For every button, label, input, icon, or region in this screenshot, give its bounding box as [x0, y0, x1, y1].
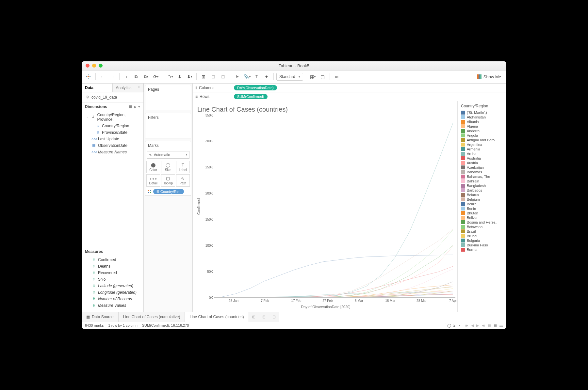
measure-field[interactable]: #Deaths	[82, 263, 143, 270]
close-window-button[interactable]	[86, 64, 90, 68]
legend-item[interactable]: Australia	[459, 156, 505, 161]
mark-tooltip-button[interactable]: ▢Tooltip	[161, 174, 175, 187]
columns-pill[interactable]: DAY(ObservationDate)	[234, 85, 277, 90]
view-icon[interactable]: ▦	[129, 104, 132, 109]
save-button[interactable]: ▫	[122, 72, 131, 81]
dimension-field[interactable]: ▦ObservationDate	[82, 142, 143, 149]
legend-item[interactable]: Bahamas, The	[459, 174, 505, 179]
datasource-tab[interactable]: ▦Data Source	[82, 312, 119, 322]
highlight-button[interactable]: ℓ▾	[233, 72, 241, 81]
measure-field[interactable]: #Confirmed	[82, 257, 143, 263]
series-line[interactable]	[221, 289, 453, 297]
text-button[interactable]: T	[253, 72, 261, 81]
legend-item[interactable]: Argentina	[459, 142, 505, 147]
prev-button[interactable]: ◀	[471, 323, 474, 328]
measure-field[interactable]: #SNo	[82, 276, 143, 283]
legend-item[interactable]: Brunei	[459, 234, 505, 238]
group-button[interactable]: ⊞	[199, 72, 208, 81]
show-me-button[interactable]: Show Me	[477, 74, 504, 79]
new-story-button[interactable]: ⊡	[269, 312, 279, 322]
mark-path-button[interactable]: ∿Path	[176, 174, 190, 187]
legend-item[interactable]: Belize	[459, 202, 505, 206]
datasource-row[interactable]: ⦾ covid_19_data	[82, 92, 143, 102]
mark-detail-button[interactable]: ∘∘∘Detail	[146, 174, 160, 187]
legend-item[interactable]: Afghanistan	[459, 115, 505, 119]
legend-item[interactable]: Bosnia and Herze..	[459, 220, 505, 225]
measure-field[interactable]: ⋕Measure Values	[82, 302, 143, 309]
series-line[interactable]	[221, 255, 453, 297]
menu-icon[interactable]: ▾	[138, 104, 140, 109]
rows-shelf[interactable]: ≡Rows SUM(Confirmed)	[193, 92, 506, 101]
legend-item[interactable]: Andorra	[459, 129, 505, 133]
sheet-tab-1[interactable]: Line Chart of Cases (cumulative)	[119, 312, 185, 322]
back-button[interactable]: ←	[98, 72, 107, 81]
mark-label-button[interactable]: TLabel	[176, 161, 190, 173]
dimension-field[interactable]: AbcMeasure Names	[82, 149, 143, 155]
search-icon[interactable]: ρ	[134, 104, 136, 109]
legend-item[interactable]: Burma	[459, 247, 505, 252]
measure-field[interactable]: #Recovered	[82, 270, 143, 276]
sort-desc-button[interactable]: ⬍▾	[185, 72, 194, 81]
measure-field[interactable]: ⋕Number of Records	[82, 296, 143, 302]
legend-item[interactable]: Burkina Faso	[459, 243, 505, 247]
mark-size-button[interactable]: ◯Size	[161, 161, 175, 173]
chart-plot-area[interactable]	[214, 115, 455, 298]
mark-color-button[interactable]: ⬤Color	[146, 161, 160, 173]
viz-canvas[interactable]: Line Chart of Cases (countries) Confirme…	[193, 101, 457, 312]
legend-item[interactable]: Angola	[459, 133, 505, 138]
new-data-button[interactable]: ⧉	[132, 72, 140, 81]
legend-item[interactable]: Azerbaijan	[459, 165, 505, 170]
legend-item[interactable]: Antigua and Barb..	[459, 138, 505, 142]
rows-pill[interactable]: SUM(Confirmed)	[234, 94, 268, 99]
legend-item[interactable]: Bahamas	[459, 170, 505, 174]
series-line[interactable]	[221, 287, 453, 297]
sort-asc-button[interactable]: ⬍	[175, 72, 184, 81]
series-line[interactable]	[221, 246, 453, 297]
dimension-field[interactable]: ⊕Country/Region	[82, 123, 143, 129]
dimension-field[interactable]: AbcLast Update	[82, 136, 143, 142]
first-button[interactable]: ⏮	[465, 323, 468, 327]
legend-item[interactable]: Armenia	[459, 147, 505, 151]
show-cards-button[interactable]: ▦▾	[309, 72, 317, 81]
series-line[interactable]	[221, 229, 453, 297]
last-button[interactable]: ⏭	[482, 323, 485, 327]
legend-item[interactable]: Albania	[459, 119, 505, 124]
dimension-field[interactable]: ⌄⅄Country/Region, Province...	[82, 112, 143, 123]
presentation-button[interactable]: ▢	[318, 72, 327, 81]
series-line[interactable]	[221, 286, 453, 297]
legend-item[interactable]: Bahrain	[459, 179, 505, 183]
legend-item[interactable]: ('St. Martin',)	[459, 110, 505, 115]
new-worksheet-button[interactable]: ⧉▾	[142, 72, 150, 81]
new-sheet-button[interactable]: ⊞	[249, 312, 259, 322]
legend-item[interactable]: Belarus	[459, 193, 505, 197]
legend-item[interactable]: Algeria	[459, 124, 505, 129]
legend-item[interactable]: Barbados	[459, 188, 505, 193]
legend-item[interactable]: Bolivia	[459, 215, 505, 220]
sheet-tab-2[interactable]: Line Chart of Cases (countries)	[185, 312, 249, 322]
pin-button[interactable]: ✦	[262, 72, 271, 81]
legend-item[interactable]: Aruba	[459, 151, 505, 156]
filmstrip-button[interactable]: ▬	[499, 323, 503, 327]
attach-button[interactable]: 📎▾	[243, 72, 251, 81]
refresh-button[interactable]: ⟳▾	[152, 72, 160, 81]
filters-card[interactable]: Filters	[145, 113, 191, 138]
columns-shelf[interactable]: ⦀Columns DAY(ObservationDate)	[193, 84, 506, 92]
legend-item[interactable]: Botswana	[459, 225, 505, 229]
list-view-button[interactable]: ▦	[494, 323, 497, 328]
maximize-window-button[interactable]	[99, 64, 103, 68]
fit-dropdown[interactable]: Standard▾	[276, 73, 303, 81]
legend-item[interactable]: Belgium	[459, 197, 505, 202]
forward-button[interactable]: →	[108, 72, 117, 81]
aggregate-button[interactable]: ⊟	[209, 72, 218, 81]
totals-button[interactable]: ⊟	[219, 72, 227, 81]
legend-item[interactable]: Benin	[459, 206, 505, 211]
new-dashboard-button[interactable]: ⊞	[259, 312, 269, 322]
next-button[interactable]: ▶	[476, 323, 479, 328]
series-line[interactable]	[221, 245, 453, 297]
dimension-field[interactable]: ⊕Province/State	[82, 129, 143, 136]
legend-item[interactable]: Brazil	[459, 229, 505, 234]
pages-card[interactable]: Pages	[145, 85, 191, 110]
measure-field[interactable]: ⊕Longitude (generated)	[82, 289, 143, 296]
legend-item[interactable]: Austria	[459, 161, 505, 165]
swap-button[interactable]: ⫙▾	[166, 72, 174, 81]
